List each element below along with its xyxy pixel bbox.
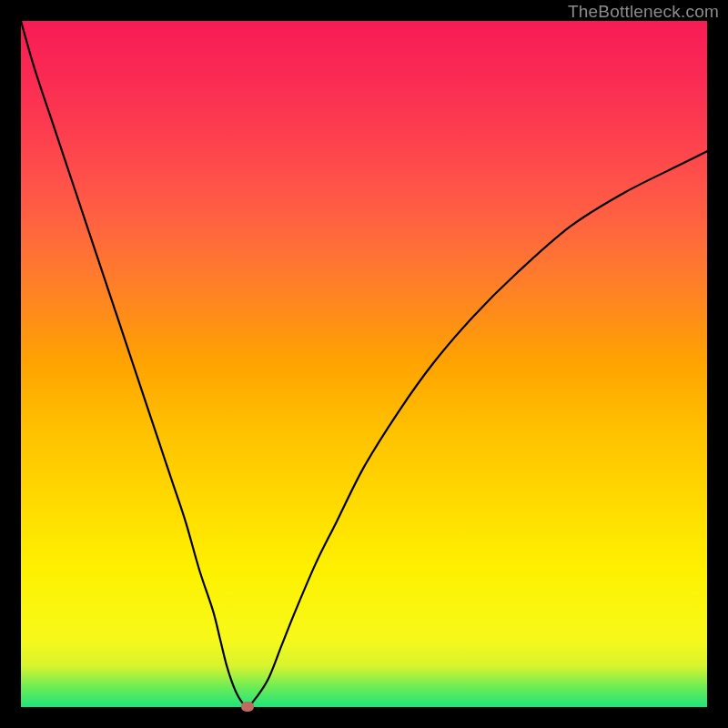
watermark-text: TheBottleneck.com xyxy=(568,2,719,22)
plot-area xyxy=(21,21,707,707)
chart-frame: TheBottleneck.com xyxy=(0,0,728,728)
bottleneck-curve xyxy=(21,21,707,707)
min-marker xyxy=(241,702,254,712)
